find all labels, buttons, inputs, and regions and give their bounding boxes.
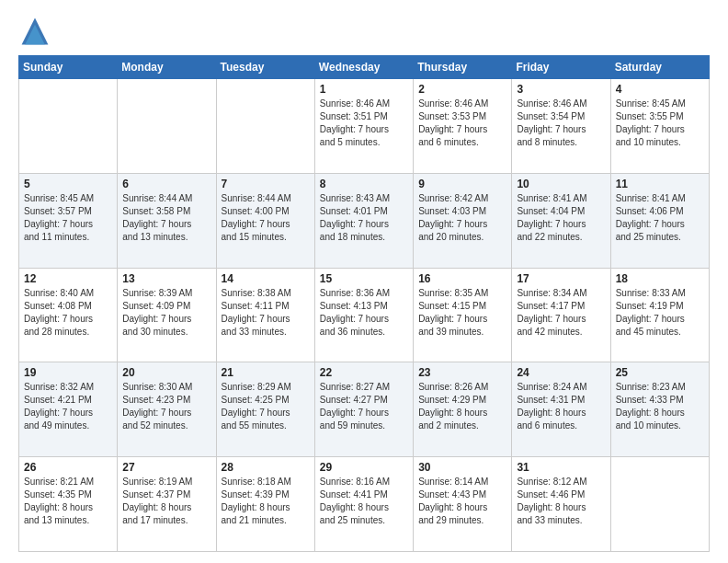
day-info: Sunrise: 8:29 AM Sunset: 4:25 PM Dayligh… xyxy=(222,381,310,432)
calendar-cell: 16Sunrise: 8:35 AM Sunset: 4:15 PM Dayli… xyxy=(414,268,512,362)
day-number: 4 xyxy=(616,83,704,96)
calendar-cell: 31Sunrise: 8:12 AM Sunset: 4:46 PM Dayli… xyxy=(512,457,610,552)
day-info: Sunrise: 8:35 AM Sunset: 4:15 PM Dayligh… xyxy=(418,287,506,339)
day-info: Sunrise: 8:39 AM Sunset: 4:09 PM Dayligh… xyxy=(122,287,210,339)
day-info: Sunrise: 8:34 AM Sunset: 4:17 PM Dayligh… xyxy=(517,287,605,339)
day-info: Sunrise: 8:38 AM Sunset: 4:11 PM Dayligh… xyxy=(222,287,310,339)
day-info: Sunrise: 8:42 AM Sunset: 4:03 PM Dayligh… xyxy=(418,192,506,244)
day-info: Sunrise: 8:46 AM Sunset: 3:54 PM Dayligh… xyxy=(517,98,605,149)
day-number: 2 xyxy=(418,83,506,96)
page: SundayMondayTuesdayWednesdayThursdayFrid… xyxy=(0,0,728,563)
calendar-cell: 13Sunrise: 8:39 AM Sunset: 4:09 PM Dayli… xyxy=(118,268,216,362)
calendar-cell: 8Sunrise: 8:43 AM Sunset: 4:01 PM Daylig… xyxy=(314,173,413,268)
calendar-header-tuesday: Tuesday xyxy=(216,56,314,79)
calendar-cell: 10Sunrise: 8:41 AM Sunset: 4:04 PM Dayli… xyxy=(512,173,610,268)
day-number: 26 xyxy=(24,461,112,474)
day-info: Sunrise: 8:14 AM Sunset: 4:43 PM Dayligh… xyxy=(418,476,506,527)
calendar-cell: 28Sunrise: 8:18 AM Sunset: 4:39 PM Dayli… xyxy=(216,457,314,552)
day-number: 27 xyxy=(122,461,210,474)
day-number: 9 xyxy=(418,178,506,190)
day-info: Sunrise: 8:40 AM Sunset: 4:08 PM Dayligh… xyxy=(24,287,112,339)
calendar-cell: 7Sunrise: 8:44 AM Sunset: 4:00 PM Daylig… xyxy=(216,173,314,268)
day-number: 16 xyxy=(418,272,506,285)
calendar-cell: 24Sunrise: 8:24 AM Sunset: 4:31 PM Dayli… xyxy=(512,362,610,457)
day-info: Sunrise: 8:45 AM Sunset: 3:55 PM Dayligh… xyxy=(616,98,704,149)
calendar-week-row: 5Sunrise: 8:45 AM Sunset: 3:57 PM Daylig… xyxy=(19,173,710,268)
day-number: 19 xyxy=(24,366,112,379)
calendar-cell xyxy=(19,79,118,174)
calendar-cell xyxy=(610,457,709,552)
day-info: Sunrise: 8:44 AM Sunset: 3:58 PM Dayligh… xyxy=(122,192,210,244)
calendar-table: SundayMondayTuesdayWednesdayThursdayFrid… xyxy=(18,55,710,552)
calendar-cell: 2Sunrise: 8:46 AM Sunset: 3:53 PM Daylig… xyxy=(414,79,512,174)
calendar-header-row: SundayMondayTuesdayWednesdayThursdayFrid… xyxy=(19,56,710,79)
calendar-cell: 11Sunrise: 8:41 AM Sunset: 4:06 PM Dayli… xyxy=(610,173,709,268)
day-info: Sunrise: 8:21 AM Sunset: 4:35 PM Dayligh… xyxy=(24,476,112,527)
day-number: 24 xyxy=(517,366,605,379)
calendar-header-wednesday: Wednesday xyxy=(314,56,413,79)
day-number: 28 xyxy=(222,461,310,474)
day-info: Sunrise: 8:41 AM Sunset: 4:06 PM Dayligh… xyxy=(616,192,704,244)
day-number: 5 xyxy=(24,178,112,190)
calendar-cell: 27Sunrise: 8:19 AM Sunset: 4:37 PM Dayli… xyxy=(118,457,216,552)
calendar-cell: 20Sunrise: 8:30 AM Sunset: 4:23 PM Dayli… xyxy=(118,362,216,457)
day-number: 17 xyxy=(517,272,605,285)
day-info: Sunrise: 8:44 AM Sunset: 4:00 PM Dayligh… xyxy=(222,192,310,244)
calendar-header-saturday: Saturday xyxy=(610,56,709,79)
calendar-cell: 1Sunrise: 8:46 AM Sunset: 3:51 PM Daylig… xyxy=(314,79,413,174)
calendar-week-row: 1Sunrise: 8:46 AM Sunset: 3:51 PM Daylig… xyxy=(19,79,710,174)
calendar-cell: 9Sunrise: 8:42 AM Sunset: 4:03 PM Daylig… xyxy=(414,173,512,268)
day-number: 3 xyxy=(517,83,605,96)
calendar-week-row: 12Sunrise: 8:40 AM Sunset: 4:08 PM Dayli… xyxy=(19,268,710,362)
day-number: 22 xyxy=(320,366,408,379)
day-number: 25 xyxy=(616,366,704,379)
day-number: 8 xyxy=(320,178,408,190)
day-number: 13 xyxy=(122,272,210,285)
day-info: Sunrise: 8:46 AM Sunset: 3:53 PM Dayligh… xyxy=(418,98,506,149)
day-number: 23 xyxy=(418,366,506,379)
calendar-cell: 22Sunrise: 8:27 AM Sunset: 4:27 PM Dayli… xyxy=(314,362,413,457)
calendar-cell: 12Sunrise: 8:40 AM Sunset: 4:08 PM Dayli… xyxy=(19,268,118,362)
day-info: Sunrise: 8:33 AM Sunset: 4:19 PM Dayligh… xyxy=(616,287,704,339)
calendar-header-monday: Monday xyxy=(118,56,216,79)
day-info: Sunrise: 8:18 AM Sunset: 4:39 PM Dayligh… xyxy=(222,476,310,527)
calendar-cell: 21Sunrise: 8:29 AM Sunset: 4:25 PM Dayli… xyxy=(216,362,314,457)
day-info: Sunrise: 8:23 AM Sunset: 4:33 PM Dayligh… xyxy=(616,381,704,432)
calendar-cell: 25Sunrise: 8:23 AM Sunset: 4:33 PM Dayli… xyxy=(610,362,709,457)
day-info: Sunrise: 8:45 AM Sunset: 3:57 PM Dayligh… xyxy=(24,192,112,244)
calendar-cell xyxy=(118,79,216,174)
calendar-cell: 30Sunrise: 8:14 AM Sunset: 4:43 PM Dayli… xyxy=(414,457,512,552)
day-number: 1 xyxy=(320,83,408,96)
day-number: 11 xyxy=(616,178,704,190)
day-info: Sunrise: 8:16 AM Sunset: 4:41 PM Dayligh… xyxy=(320,476,408,527)
day-info: Sunrise: 8:30 AM Sunset: 4:23 PM Dayligh… xyxy=(122,381,210,432)
calendar-cell: 18Sunrise: 8:33 AM Sunset: 4:19 PM Dayli… xyxy=(610,268,709,362)
day-number: 10 xyxy=(517,178,605,190)
day-number: 30 xyxy=(418,461,506,474)
calendar-cell: 19Sunrise: 8:32 AM Sunset: 4:21 PM Dayli… xyxy=(19,362,118,457)
calendar-cell: 4Sunrise: 8:45 AM Sunset: 3:55 PM Daylig… xyxy=(610,79,709,174)
day-number: 12 xyxy=(24,272,112,285)
calendar-cell: 15Sunrise: 8:36 AM Sunset: 4:13 PM Dayli… xyxy=(314,268,413,362)
day-number: 14 xyxy=(222,272,310,285)
day-info: Sunrise: 8:41 AM Sunset: 4:04 PM Dayligh… xyxy=(517,192,605,244)
day-number: 21 xyxy=(222,366,310,379)
calendar-cell: 23Sunrise: 8:26 AM Sunset: 4:29 PM Dayli… xyxy=(414,362,512,457)
day-info: Sunrise: 8:27 AM Sunset: 4:27 PM Dayligh… xyxy=(320,381,408,432)
calendar-header-sunday: Sunday xyxy=(19,56,118,79)
logo xyxy=(18,15,55,48)
day-info: Sunrise: 8:43 AM Sunset: 4:01 PM Dayligh… xyxy=(320,192,408,244)
day-info: Sunrise: 8:19 AM Sunset: 4:37 PM Dayligh… xyxy=(122,476,210,527)
day-number: 18 xyxy=(616,272,704,285)
calendar-cell xyxy=(216,79,314,174)
calendar-header-thursday: Thursday xyxy=(414,56,512,79)
calendar-cell: 26Sunrise: 8:21 AM Sunset: 4:35 PM Dayli… xyxy=(19,457,118,552)
day-number: 7 xyxy=(222,178,310,190)
day-number: 6 xyxy=(122,178,210,190)
calendar-cell: 3Sunrise: 8:46 AM Sunset: 3:54 PM Daylig… xyxy=(512,79,610,174)
day-number: 15 xyxy=(320,272,408,285)
calendar-week-row: 19Sunrise: 8:32 AM Sunset: 4:21 PM Dayli… xyxy=(19,362,710,457)
calendar-cell: 14Sunrise: 8:38 AM Sunset: 4:11 PM Dayli… xyxy=(216,268,314,362)
header xyxy=(18,15,710,48)
day-number: 29 xyxy=(320,461,408,474)
